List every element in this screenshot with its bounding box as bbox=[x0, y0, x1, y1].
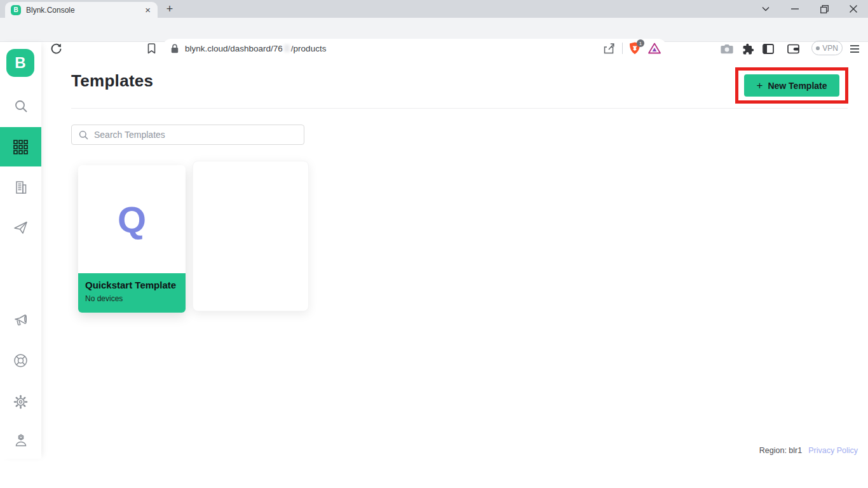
region-label: Region: blr1 bbox=[759, 446, 802, 455]
empty-template-card-placeholder bbox=[193, 161, 309, 311]
window-controls bbox=[751, 0, 868, 18]
user-icon bbox=[14, 433, 28, 447]
screenshot-camera-icon[interactable] bbox=[720, 42, 734, 56]
close-tab-icon[interactable]: × bbox=[144, 5, 152, 15]
sidebar-item-settings[interactable] bbox=[0, 389, 41, 414]
plus-icon: + bbox=[756, 80, 763, 91]
refresh-button[interactable] bbox=[48, 41, 64, 56]
search-templates-input[interactable] bbox=[94, 130, 297, 140]
template-card-footer: Quickstart Template No devices bbox=[78, 273, 186, 313]
heading-divider bbox=[71, 108, 848, 109]
tab-search-chevron-icon[interactable] bbox=[751, 0, 780, 18]
lifebuoy-icon bbox=[13, 353, 28, 368]
blynk-logo[interactable]: B bbox=[6, 49, 34, 77]
sidebar-item-support[interactable] bbox=[0, 348, 41, 373]
tab-strip: B Blynk.Console × + bbox=[0, 0, 868, 18]
new-template-button[interactable]: + New Template bbox=[744, 74, 839, 97]
bat-rewards-icon[interactable] bbox=[648, 43, 661, 54]
privacy-policy-link[interactable]: Privacy Policy bbox=[808, 446, 858, 455]
sidebar-item-search[interactable] bbox=[0, 93, 41, 119]
search-icon bbox=[14, 99, 28, 113]
sidebar-item-templates-active[interactable] bbox=[0, 127, 41, 166]
sidebar-item-user-profile[interactable] bbox=[0, 428, 41, 453]
templates-grid-icon bbox=[13, 140, 28, 154]
building-icon bbox=[14, 180, 28, 194]
url-bar[interactable]: blynk.cloud/dashboard/76 /products 1 bbox=[162, 39, 667, 58]
bookmark-icon[interactable] bbox=[144, 41, 159, 56]
url-text: blynk.cloud/dashboard/76 /products bbox=[185, 44, 602, 53]
vpn-status-dot bbox=[816, 46, 820, 50]
page-footer: Region: blr1 Privacy Policy bbox=[759, 446, 858, 455]
search-icon bbox=[79, 130, 88, 140]
sidebar-item-announcements[interactable] bbox=[0, 308, 41, 334]
close-window-button[interactable] bbox=[839, 0, 868, 18]
template-device-count: No devices bbox=[85, 294, 179, 303]
vpn-label: VPN bbox=[822, 44, 838, 53]
page-title: Templates bbox=[71, 71, 153, 91]
brave-shields-icon[interactable]: 1 bbox=[629, 42, 642, 55]
annotation-highlight-red-box: + New Template bbox=[735, 67, 848, 104]
vpn-button[interactable]: VPN bbox=[811, 41, 843, 55]
sidebar-panel-icon[interactable] bbox=[761, 42, 775, 56]
browser-toolbar: blynk.cloud/dashboard/76 /products 1 bbox=[0, 18, 868, 42]
sidebar-item-organizations[interactable] bbox=[0, 175, 41, 200]
new-tab-button[interactable]: + bbox=[161, 1, 178, 17]
gear-icon bbox=[13, 395, 28, 409]
lock-icon bbox=[171, 44, 179, 53]
tab-title: Blynk.Console bbox=[26, 6, 144, 15]
url-divider bbox=[622, 43, 623, 54]
restore-button[interactable] bbox=[810, 0, 839, 18]
menu-hamburger-icon[interactable] bbox=[848, 42, 862, 56]
megaphone-icon bbox=[13, 314, 29, 328]
url-redacted-segment bbox=[284, 44, 290, 52]
template-name: Quickstart Template bbox=[85, 280, 179, 290]
blynk-favicon: B bbox=[11, 5, 21, 15]
search-templates-box[interactable] bbox=[71, 125, 304, 145]
template-initial-letter: Q bbox=[118, 198, 146, 241]
app-sidebar: B bbox=[0, 42, 41, 459]
share-icon[interactable] bbox=[602, 43, 616, 54]
paper-plane-icon bbox=[13, 220, 28, 234]
extensions-puzzle-icon[interactable] bbox=[741, 42, 755, 56]
sidebar-item-notifications[interactable] bbox=[0, 215, 41, 240]
wallet-icon[interactable] bbox=[786, 42, 800, 56]
shields-badge-count: 1 bbox=[637, 39, 644, 47]
minimize-button[interactable] bbox=[780, 0, 810, 18]
template-card-thumbnail: Q bbox=[78, 165, 186, 273]
template-card-quickstart[interactable]: Q Quickstart Template No devices bbox=[78, 165, 186, 313]
browser-tab[interactable]: B Blynk.Console × bbox=[5, 2, 158, 18]
